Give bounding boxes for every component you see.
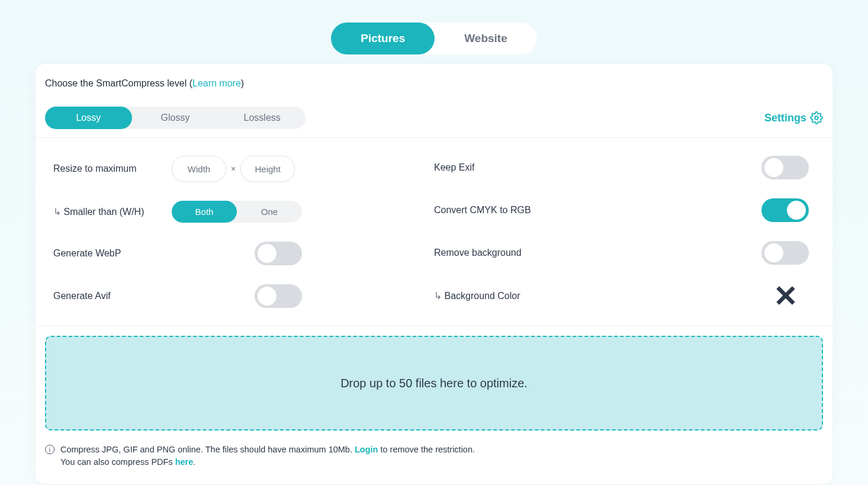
settings-col-left: Resize to maximum × Smaller than (W/H) B… — [53, 156, 434, 308]
level-lossless[interactable]: Lossless — [218, 107, 306, 129]
level-pills: Lossy Glossy Lossless — [45, 107, 306, 129]
label-avif: Generate Avif — [53, 291, 255, 301]
label-cmyk: Convert CMYK to RGB — [434, 205, 531, 216]
svg-point-0 — [815, 116, 818, 120]
bgcolor-none[interactable] — [771, 284, 801, 307]
footer-line2-pre: You can also compress PDFs — [60, 457, 175, 467]
label-smaller-than: Smaller than (W/H) — [53, 206, 172, 217]
height-input[interactable] — [240, 156, 295, 182]
toggle-knob — [764, 243, 783, 262]
footer-line2-post: . — [193, 457, 195, 467]
footer-text: Compress JPG, GIF and PNG online. The fi… — [60, 444, 475, 468]
smaller-than-pills: Both One — [172, 201, 302, 223]
close-icon — [773, 284, 799, 307]
settings-label: Settings — [764, 112, 806, 124]
size-inputs: × — [172, 156, 295, 182]
login-link[interactable]: Login — [355, 445, 378, 454]
toggle-knob — [258, 244, 277, 263]
row-bgcolor: Background Color — [434, 284, 815, 307]
level-glossy[interactable]: Glossy — [132, 107, 219, 129]
footer-line1-pre: Compress JPG, GIF and PNG online. The fi… — [60, 445, 355, 454]
main-card: Choose the SmartCompress level (Learn mo… — [36, 64, 832, 484]
toggle-knob — [764, 158, 783, 177]
label-exif: Keep Exif — [434, 162, 474, 173]
toggle-exif[interactable] — [761, 156, 809, 179]
row-removebg: Remove background — [434, 241, 815, 265]
pill-one[interactable]: One — [237, 201, 302, 223]
row-smaller-than: Smaller than (W/H) Both One — [53, 201, 434, 223]
settings-grid: Resize to maximum × Smaller than (W/H) B… — [36, 138, 832, 326]
dropzone-text: Drop up to 50 files here to optimize. — [340, 377, 528, 390]
compress-level-prompt: Choose the SmartCompress level (Learn mo… — [45, 78, 823, 89]
row-resize: Resize to maximum × — [53, 156, 434, 182]
footer: i Compress JPG, GIF and PNG online. The … — [36, 435, 832, 484]
toggle-avif[interactable] — [255, 284, 302, 308]
label-removebg: Remove background — [434, 248, 522, 258]
learn-more-link[interactable]: Learn more — [192, 78, 241, 88]
toggle-knob — [787, 201, 806, 220]
tab-website[interactable]: Website — [435, 23, 537, 54]
footer-line1-post: to remove the restriction. — [378, 445, 475, 454]
row-webp: Generate WebP — [53, 242, 434, 265]
row-exif: Keep Exif — [434, 156, 815, 179]
toggle-knob — [258, 287, 277, 306]
prompt-pre: Choose the SmartCompress level ( — [45, 78, 192, 88]
settings-col-right: Keep Exif Convert CMYK to RGB Remove bac… — [434, 156, 815, 308]
times-symbol: × — [231, 164, 236, 174]
tab-pictures[interactable]: Pictures — [331, 23, 435, 54]
label-resize: Resize to maximum — [53, 163, 172, 174]
level-row: Lossy Glossy Lossless Settings — [36, 99, 832, 138]
pill-both[interactable]: Both — [172, 201, 237, 223]
label-webp: Generate WebP — [53, 248, 255, 259]
here-link[interactable]: here — [175, 457, 194, 467]
label-bgcolor: Background Color — [434, 290, 520, 301]
toggle-webp[interactable] — [255, 242, 302, 265]
row-cmyk: Convert CMYK to RGB — [434, 198, 815, 222]
card-header: Choose the SmartCompress level (Learn mo… — [36, 64, 832, 99]
width-input[interactable] — [172, 156, 226, 182]
top-tabs: Pictures Website — [0, 0, 868, 54]
level-lossy[interactable]: Lossy — [45, 107, 132, 129]
dropzone[interactable]: Drop up to 50 files here to optimize. — [45, 336, 823, 431]
prompt-post: ) — [241, 78, 244, 88]
info-icon: i — [45, 445, 54, 454]
gear-icon — [810, 111, 823, 124]
top-tabs-inner: Pictures Website — [331, 23, 537, 54]
settings-link[interactable]: Settings — [764, 111, 823, 124]
row-avif: Generate Avif — [53, 284, 434, 308]
toggle-cmyk[interactable] — [761, 198, 809, 222]
toggle-removebg[interactable] — [761, 241, 809, 265]
